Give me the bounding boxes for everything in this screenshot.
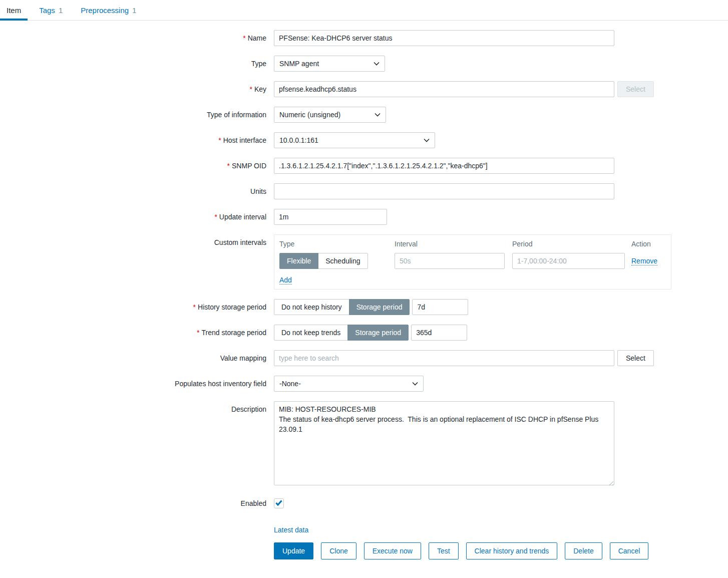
snmp-oid-input[interactable] — [274, 158, 614, 174]
tab-preprocessing-label: Preprocessing — [81, 6, 129, 15]
type-of-information-label: Type of information — [0, 107, 266, 123]
chevron-down-icon — [412, 382, 418, 386]
required-asterisk: * — [193, 303, 196, 311]
chevron-down-icon — [375, 113, 381, 117]
interval-type-toggle: Flexible Scheduling — [279, 253, 395, 269]
do-not-keep-trends-button[interactable]: Do not keep trends — [274, 325, 348, 341]
add-interval-link[interactable]: Add — [279, 276, 292, 284]
trend-period-input[interactable] — [411, 325, 467, 341]
test-button[interactable]: Test — [429, 542, 459, 559]
chevron-down-icon — [424, 138, 430, 142]
key-label: *Key — [0, 81, 266, 97]
flexible-toggle-button[interactable]: Flexible — [279, 253, 318, 269]
tab-preprocessing[interactable]: Preprocessing 1 — [74, 0, 143, 20]
enabled-checkbox[interactable] — [274, 498, 284, 508]
update-button[interactable]: Update — [274, 542, 313, 559]
type-of-information-select[interactable]: Numeric (unsigned) — [274, 107, 386, 123]
ci-header-period: Period — [512, 240, 631, 248]
do-not-keep-history-button[interactable]: Do not keep history — [274, 299, 349, 315]
type-label: Type — [0, 56, 266, 72]
required-asterisk: * — [197, 329, 199, 337]
tab-tags[interactable]: Tags 1 — [33, 0, 69, 20]
tab-item-label: Item — [7, 6, 21, 15]
latest-data-link[interactable]: Latest data — [274, 526, 308, 534]
snmp-oid-label: *SNMP OID — [0, 158, 266, 174]
period-input[interactable] — [512, 253, 625, 269]
host-interface-value: 10.0.0.1:161 — [279, 136, 318, 144]
trend-storage-toggle: Do not keep trends Storage period — [274, 325, 409, 341]
execute-now-button[interactable]: Execute now — [364, 542, 421, 559]
required-asterisk: * — [243, 34, 245, 42]
name-label: *Name — [0, 30, 266, 46]
history-storage-period-button[interactable]: Storage period — [349, 299, 410, 315]
ci-header-interval: Interval — [395, 240, 512, 248]
host-interface-select[interactable]: 10.0.0.1:161 — [274, 132, 435, 148]
remove-interval-link[interactable]: Remove — [631, 257, 657, 265]
type-select[interactable]: SNMP agent — [274, 56, 385, 72]
tab-bar: Item Tags 1 Preprocessing 1 — [0, 0, 728, 21]
required-asterisk: * — [227, 162, 230, 170]
custom-intervals-label: Custom intervals — [0, 234, 266, 290]
units-label: Units — [0, 183, 266, 199]
required-asterisk: * — [249, 85, 252, 93]
ci-header-type: Type — [279, 240, 395, 248]
key-input[interactable] — [274, 81, 614, 97]
scheduling-toggle-button[interactable]: Scheduling — [318, 253, 368, 269]
enabled-label: Enabled — [0, 496, 266, 510]
inventory-field-select[interactable]: -None- — [274, 376, 424, 392]
history-storage-period-label: *History storage period — [0, 299, 266, 315]
chevron-down-icon — [374, 62, 380, 66]
tab-item[interactable]: Item — [0, 0, 28, 20]
type-select-value: SNMP agent — [279, 60, 319, 68]
custom-intervals-table: Type Interval Period Action Flexible Sch… — [274, 234, 671, 290]
trend-storage-period-button[interactable]: Storage period — [347, 325, 409, 341]
value-mapping-label: Value mapping — [0, 350, 266, 366]
tab-preprocessing-count: 1 — [132, 6, 136, 15]
history-storage-toggle: Do not keep history Storage period — [274, 299, 410, 315]
checkmark-icon — [275, 499, 282, 507]
trend-storage-period-label: *Trend storage period — [0, 325, 266, 341]
tab-tags-count: 1 — [59, 6, 63, 15]
delete-button[interactable]: Delete — [565, 542, 602, 559]
ci-header-action: Action — [631, 240, 666, 248]
update-interval-input[interactable] — [274, 209, 387, 225]
description-textarea[interactable]: MIB: HOST-RESOURCES-MIB The status of ke… — [274, 401, 614, 485]
interval-input[interactable] — [395, 253, 505, 269]
cancel-button[interactable]: Cancel — [610, 542, 649, 559]
units-input[interactable] — [274, 183, 614, 199]
history-period-input[interactable] — [412, 299, 468, 315]
clone-button[interactable]: Clone — [321, 542, 356, 559]
type-of-information-value: Numeric (unsigned) — [279, 111, 340, 119]
item-form: *Name Type SNMP agent *Key Select Type o… — [0, 21, 728, 559]
required-asterisk: * — [218, 136, 221, 144]
update-interval-label: *Update interval — [0, 209, 266, 225]
name-input[interactable] — [274, 30, 614, 46]
clear-history-and-trends-button[interactable]: Clear history and trends — [466, 542, 558, 559]
tab-tags-label: Tags — [39, 6, 55, 15]
required-asterisk: * — [214, 213, 217, 221]
description-label: Description — [0, 401, 266, 487]
key-select-button: Select — [617, 81, 654, 97]
inventory-field-label: Populates host inventory field — [0, 376, 266, 392]
inventory-field-value: -None- — [279, 380, 301, 388]
value-mapping-select-button[interactable]: Select — [617, 350, 654, 366]
custom-interval-row: Flexible Scheduling Remove — [279, 253, 666, 269]
value-mapping-input[interactable] — [274, 350, 614, 366]
host-interface-label: *Host interface — [0, 132, 266, 148]
